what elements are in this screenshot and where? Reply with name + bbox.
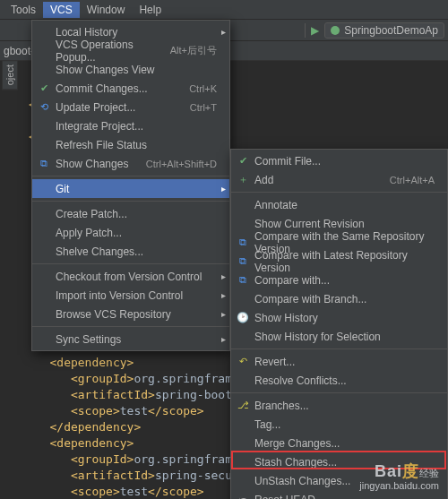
add-icon: ＋ (235, 173, 251, 186)
menu-import-vc[interactable]: Import into Version Control▸ (32, 286, 229, 305)
menu-vcs[interactable]: VCS (43, 2, 80, 18)
update-icon: ⟲ (36, 101, 52, 113)
menu-shelve-changes[interactable]: Shelve Changes... (32, 242, 229, 261)
vcs-dropdown-menu: Local History▸ VCS Operations Popup...Al… (31, 20, 230, 351)
run-icon[interactable]: ▶ (311, 24, 319, 37)
diff-icon: ⧉ (235, 274, 251, 286)
menu-separator (32, 263, 229, 264)
git-show-history-selection[interactable]: Show History for Selection (231, 327, 447, 346)
menu-create-patch[interactable]: Create Patch... (32, 204, 229, 223)
history-icon: 🕑 (235, 312, 251, 323)
commit-icon: ✔ (235, 155, 251, 167)
menu-help[interactable]: Help (132, 2, 168, 18)
diff-icon: ⧉ (36, 158, 52, 169)
menu-commit-changes[interactable]: ✔Commit Changes...Ctrl+K (32, 79, 229, 98)
revert-icon: ↶ (235, 356, 251, 367)
git-add[interactable]: ＋AddCtrl+Alt+A (231, 170, 447, 189)
git-branches[interactable]: ⎇Branches... (231, 396, 447, 415)
git-compare-latest[interactable]: ⧉Compare with Latest Repository Version (231, 252, 447, 271)
menu-browse-vcs-repo[interactable]: Browse VCS Repository▸ (32, 305, 229, 323)
watermark: Bai度经验 jingyan.baidu.com (359, 465, 439, 492)
commit-icon: ✔ (36, 82, 52, 94)
git-show-history[interactable]: 🕑Show History (231, 308, 447, 327)
menu-separator (32, 201, 229, 202)
git-tag[interactable]: Tag... (231, 415, 447, 434)
git-annotate[interactable]: Annotate (231, 195, 447, 214)
git-revert[interactable]: ↶Revert... (231, 352, 447, 371)
menu-integrate-project[interactable]: Integrate Project... (32, 116, 229, 135)
git-commit-file[interactable]: ✔Commit File... (231, 151, 447, 170)
run-config-label: SpringbootDemoAp (344, 24, 438, 37)
run-config-selector[interactable]: SpringbootDemoAp (324, 22, 444, 39)
git-merge[interactable]: Merge Changes... (231, 434, 447, 452)
menu-git-submenu[interactable]: Git▸ (32, 179, 229, 198)
branch-icon: ⎇ (235, 400, 251, 411)
spring-icon (331, 26, 340, 35)
git-compare-with[interactable]: ⧉Compare with... (231, 271, 447, 289)
menu-apply-patch[interactable]: Apply Patch... (32, 223, 229, 242)
toolbar-separator (305, 23, 306, 38)
diff-icon: ⧉ (235, 255, 251, 267)
menu-separator (32, 326, 229, 327)
git-submenu: ✔Commit File... ＋AddCtrl+Alt+A Annotate … (230, 149, 448, 499)
menu-refresh-file-status[interactable]: Refresh File Status (32, 135, 229, 154)
menu-show-changes[interactable]: ⧉Show ChangesCtrl+Alt+Shift+D (32, 154, 229, 173)
menu-separator (32, 176, 229, 176)
menu-separator (231, 348, 447, 349)
git-compare-branch[interactable]: Compare with Branch... (231, 289, 447, 308)
diff-icon: ⧉ (235, 237, 251, 248)
menu-separator (231, 192, 447, 193)
menu-tools[interactable]: Tools (4, 2, 43, 18)
git-resolve-conflicts[interactable]: Resolve Conflicts... (231, 371, 447, 390)
reset-icon: ⤺ (235, 494, 251, 499)
menu-sync-settings[interactable]: Sync Settings▸ (32, 330, 229, 348)
menu-vcs-operations-popup[interactable]: VCS Operations Popup...Alt+后引号 (32, 41, 229, 60)
menu-separator (231, 392, 447, 393)
menu-window[interactable]: Window (80, 2, 133, 18)
menu-checkout-vc[interactable]: Checkout from Version Control▸ (32, 267, 229, 286)
menu-bar: Tools VCS Window Help (0, 0, 448, 20)
menu-show-changes-view[interactable]: Show Changes View (32, 60, 229, 79)
menu-update-project[interactable]: ⟲Update Project...Ctrl+T (32, 98, 229, 116)
